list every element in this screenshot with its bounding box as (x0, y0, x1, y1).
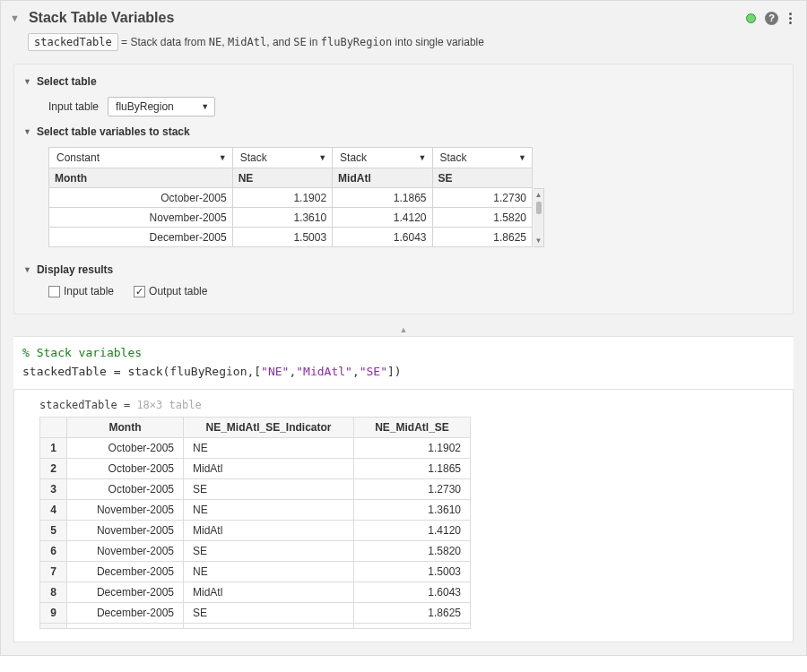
chevron-down-icon: ▼ (23, 127, 31, 136)
table-row: 3October-2005SE1.2730 (40, 478, 471, 499)
table-row (40, 623, 471, 628)
scroll-up-icon[interactable]: ▲ (535, 191, 542, 199)
column-role-select[interactable]: Stack▼ (333, 148, 431, 168)
col-header: Month (49, 168, 233, 188)
panel-title: Stack Table Variables (29, 10, 746, 26)
col-header: NE_MidAtl_SE (354, 417, 471, 437)
task-panel: ▼ Stack Table Variables ? stackedTable =… (0, 0, 807, 656)
checkbox-icon (48, 286, 60, 297)
display-options-row: Input table ✓ Output table (14, 280, 793, 303)
output-area: stackedTable = 18×3 table Month NE_MidAt… (13, 390, 794, 642)
output-variable-box[interactable]: stackedTable (28, 33, 118, 51)
table-row: 5November-2005MidAtl1.4120 (40, 520, 471, 540)
scroll-down-icon[interactable]: ▼ (535, 237, 542, 245)
section-select-table[interactable]: ▼ Select table (14, 72, 793, 91)
table-row: 8December-2005MidAtl1.6043 (40, 582, 471, 602)
col-header: Month (67, 417, 184, 437)
checkbox-checked-icon: ✓ (134, 286, 145, 297)
output-header: stackedTable = 18×3 table (39, 399, 784, 411)
column-role-select[interactable]: Stack▼ (433, 148, 532, 168)
status-indicator-icon (746, 13, 756, 23)
title-bar: ▼ Stack Table Variables ? (1, 1, 806, 30)
summary-line: stackedTable = Stack data from NE, MidAt… (1, 30, 806, 64)
code-comment: % Stack variables (22, 344, 785, 363)
table-row: 6November-2005SE1.5820 (40, 540, 471, 561)
config-container: ▼ Select table Input table fluByRegion ▼… (13, 64, 794, 314)
col-header: NE_MidAtl_SE_Indicator (184, 417, 354, 437)
vertical-scrollbar[interactable]: ▲ ▼ (534, 188, 544, 247)
chevron-down-icon: ▼ (23, 77, 31, 86)
resize-grip-icon[interactable]: ▲ (1, 323, 806, 336)
generated-code: % Stack variables stackedTable = stack(f… (13, 336, 794, 390)
scroll-thumb[interactable] (536, 202, 542, 214)
section-display-results[interactable]: ▼ Display results (14, 260, 793, 280)
column-role-select[interactable]: Stack▼ (233, 148, 332, 168)
output-table-checkbox[interactable]: ✓ Output table (134, 285, 207, 297)
table-row: 1October-2005NE1.1902 (40, 437, 471, 458)
collapse-icon[interactable]: ▼ (10, 13, 20, 23)
table-row: 9December-2005SE1.8625 (40, 602, 471, 623)
col-header: MidAtl (333, 168, 432, 188)
column-role-select[interactable]: Constant▼ (49, 148, 232, 168)
help-icon[interactable]: ? (765, 12, 778, 25)
input-table-select[interactable]: fluByRegion ▼ (108, 97, 215, 116)
table-row: December-2005 1.5003 1.6043 1.8625 (49, 228, 533, 247)
input-table-checkbox[interactable]: Input table (48, 285, 114, 297)
input-table-label: Input table (48, 100, 99, 113)
table-row: 4November-2005NE1.3610 (40, 499, 471, 520)
section-stack-vars[interactable]: ▼ Select table variables to stack (14, 122, 793, 142)
table-row: November-2005 1.3610 1.4120 1.5820 (49, 208, 533, 228)
chevron-down-icon: ▼ (201, 102, 209, 111)
col-header (40, 417, 67, 437)
stack-preview-table: Constant▼ Stack▼ Stack▼ Stack▼ Month NE … (48, 147, 533, 247)
code-line: stackedTable = stack(fluByRegion,["NE","… (22, 363, 785, 382)
table-row: 2October-2005MidAtl1.1865 (40, 458, 471, 478)
input-table-row: Input table fluByRegion ▼ (14, 91, 793, 122)
output-table: Month NE_MidAtl_SE_Indicator NE_MidAtl_S… (39, 417, 471, 629)
kebab-menu-icon[interactable] (787, 11, 794, 26)
table-row: 7December-2005NE1.5003 (40, 561, 471, 582)
col-header: NE (232, 168, 332, 188)
table-row: October-2005 1.1902 1.1865 1.2730 (49, 188, 533, 208)
col-header: SE (432, 168, 532, 188)
chevron-down-icon: ▼ (23, 265, 31, 274)
